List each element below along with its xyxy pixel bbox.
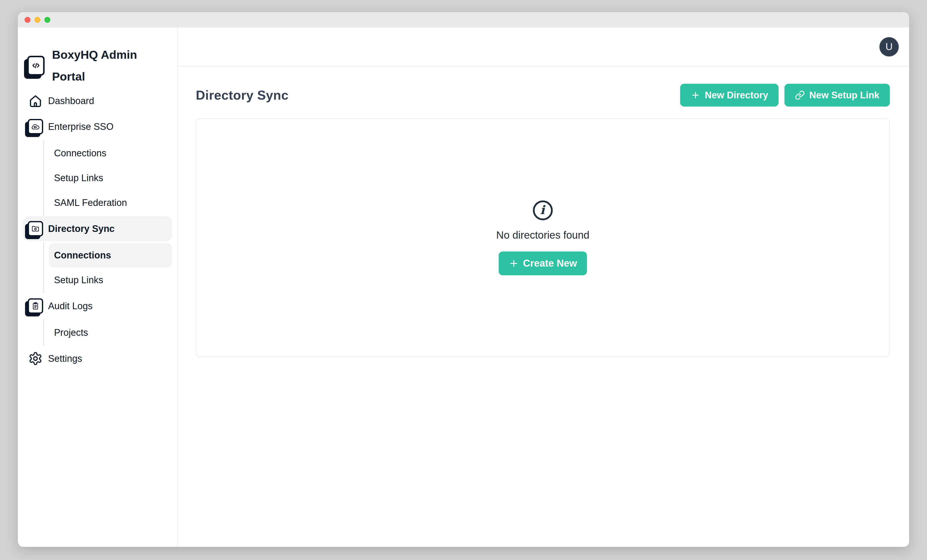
- sidebar-item-dashboard[interactable]: Dashboard: [23, 88, 172, 113]
- info-icon: i: [533, 200, 553, 220]
- sso-cloud-keycap-icon: [27, 119, 44, 134]
- sidebar-item-settings[interactable]: Settings: [23, 346, 172, 371]
- close-window-button[interactable]: [24, 17, 30, 23]
- sidebar-item-dsync-connections[interactable]: Connections: [49, 243, 172, 267]
- page-content: Directory Sync New Directory: [178, 67, 909, 357]
- sidebar-item-label: Projects: [54, 327, 88, 338]
- plus-icon: [690, 90, 701, 100]
- page-title: Directory Sync: [196, 88, 289, 103]
- window-titlebar: [18, 12, 909, 27]
- main-area: U Directory Sync New Directory: [178, 27, 909, 547]
- sidebar-subgroup-directory-sync: Connections Setup Links: [43, 242, 172, 293]
- app-body: BoxyHQ Admin Portal Dashboard: [18, 27, 909, 547]
- sidebar-item-label: Settings: [48, 354, 82, 364]
- link-icon: [795, 90, 805, 100]
- sidebar-item-dsync-setup-links[interactable]: Setup Links: [49, 268, 172, 292]
- plus-icon: [509, 258, 519, 269]
- create-new-button[interactable]: Create New: [499, 252, 587, 275]
- directory-folder-keycap-icon: [27, 221, 44, 237]
- new-directory-button[interactable]: New Directory: [680, 84, 779, 106]
- sidebar-item-label: SAML Federation: [54, 197, 127, 208]
- new-setup-link-button[interactable]: New Setup Link: [784, 84, 890, 106]
- sidebar-item-label: Setup Links: [54, 275, 103, 285]
- sidebar-item-label: Enterprise SSO: [48, 121, 114, 132]
- sidebar-item-label: Audit Logs: [48, 301, 93, 311]
- sidebar-item-label: Dashboard: [48, 96, 94, 106]
- sidebar-nav: Dashboard Enterprise SSO: [23, 88, 172, 371]
- sidebar-item-saml-federation[interactable]: SAML Federation: [49, 191, 172, 215]
- sidebar-subgroup-audit-logs: Projects: [43, 319, 172, 346]
- home-icon: [27, 93, 44, 108]
- sidebar-item-label: Connections: [54, 148, 106, 159]
- sidebar-item-label: Directory Sync: [48, 223, 114, 234]
- empty-state-panel: i No directories found Create New: [196, 118, 890, 357]
- maximize-window-button[interactable]: [44, 17, 50, 23]
- gear-icon: [27, 351, 44, 366]
- button-label: New Setup Link: [809, 90, 880, 100]
- sidebar: BoxyHQ Admin Portal Dashboard: [18, 27, 178, 547]
- sidebar-item-projects[interactable]: Projects: [49, 320, 172, 344]
- audit-clipboard-keycap-icon: [27, 298, 44, 314]
- sidebar-item-label: Setup Links: [54, 173, 103, 184]
- minimize-window-button[interactable]: [35, 17, 40, 23]
- sidebar-item-enterprise-sso[interactable]: Enterprise SSO: [23, 114, 172, 139]
- page-actions: New Directory New Setup Link: [680, 84, 890, 106]
- user-avatar[interactable]: U: [880, 37, 899, 56]
- top-header: U: [178, 27, 909, 67]
- empty-state-message: No directories found: [496, 229, 590, 241]
- app-title: BoxyHQ Admin Portal: [52, 44, 156, 88]
- sidebar-item-label: Connections: [54, 250, 111, 261]
- app-logo[interactable]: BoxyHQ Admin Portal: [23, 43, 172, 88]
- sidebar-item-sso-setup-links[interactable]: Setup Links: [49, 166, 172, 190]
- app-window: BoxyHQ Admin Portal Dashboard: [18, 12, 909, 547]
- button-label: New Directory: [705, 90, 768, 100]
- sidebar-subgroup-enterprise-sso: Connections Setup Links SAML Federation: [43, 140, 172, 216]
- sidebar-item-audit-logs[interactable]: Audit Logs: [23, 294, 172, 319]
- button-label: Create New: [523, 258, 577, 269]
- sidebar-item-sso-connections[interactable]: Connections: [49, 141, 172, 165]
- page-header: Directory Sync New Directory: [196, 84, 890, 106]
- boxyhq-logo-icon: [27, 56, 45, 76]
- sidebar-item-directory-sync[interactable]: Directory Sync: [23, 216, 172, 241]
